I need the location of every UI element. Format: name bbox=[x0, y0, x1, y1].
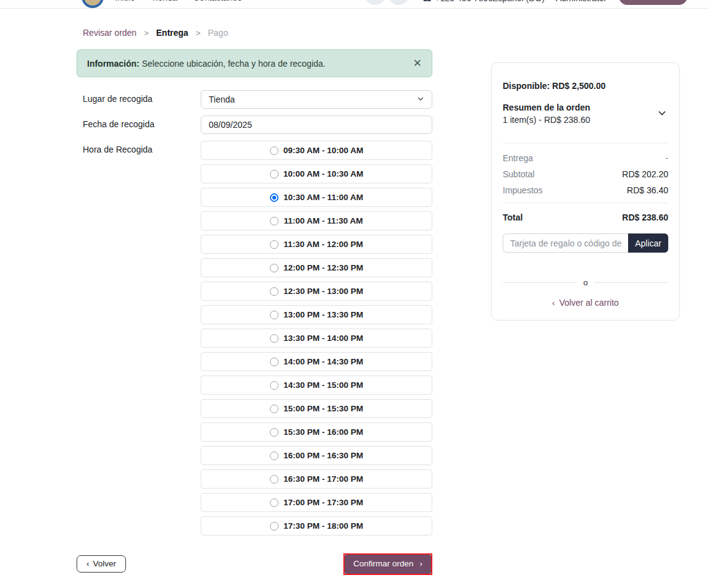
back-button[interactable]: ‹ Volver bbox=[77, 555, 126, 573]
order-summary-title: Resumen de la orden bbox=[503, 103, 590, 112]
time-slot-label: 15:30 PM - 16:00 PM bbox=[283, 427, 363, 437]
language-selector[interactable]: Español (DO) bbox=[492, 0, 545, 3]
time-slot-option[interactable]: 09:30 AM - 10:00 AM bbox=[201, 141, 432, 160]
time-slot-option[interactable]: 11:30 AM - 12:00 PM bbox=[201, 235, 432, 254]
radio-icon[interactable] bbox=[270, 146, 279, 155]
summary-row-value: RD$ 202.20 bbox=[622, 169, 668, 179]
chevron-down-icon bbox=[417, 94, 424, 104]
close-icon[interactable]: ✕ bbox=[413, 58, 422, 69]
breadcrumb-review-order[interactable]: Revisar orden bbox=[83, 28, 136, 38]
pickup-date-input[interactable] bbox=[201, 116, 432, 134]
nav-item-contact[interactable]: Contáctanos bbox=[193, 0, 242, 2]
apply-button[interactable]: Aplicar bbox=[628, 233, 668, 253]
time-slot-label: 16:30 PM - 17:00 PM bbox=[283, 474, 363, 484]
alert-text: Información: Seleccione ubicación, fecha… bbox=[87, 59, 325, 69]
summary-expand-button[interactable] bbox=[656, 107, 668, 121]
chevron-down-icon bbox=[657, 111, 667, 120]
total-value: RD$ 238.60 bbox=[622, 212, 668, 222]
radio-icon[interactable] bbox=[270, 358, 279, 366]
radio-icon[interactable] bbox=[270, 170, 279, 178]
delivery-form: Información: Seleccione ubicación, fecha… bbox=[77, 49, 432, 575]
cart-button[interactable] bbox=[364, 0, 386, 5]
time-slot-label: 12:00 PM - 12:30 PM bbox=[283, 263, 363, 272]
radio-selected-icon[interactable] bbox=[270, 193, 279, 202]
radio-icon[interactable] bbox=[270, 381, 279, 390]
checkout-content: Revisar orden > Entrega > Pago Informaci… bbox=[77, 28, 680, 575]
time-slot-option[interactable]: 12:00 PM - 12:30 PM bbox=[201, 258, 432, 277]
time-slot-option[interactable]: 13:00 PM - 13:30 PM bbox=[201, 305, 432, 324]
order-items-line: 1 item(s) - RD$ 238.60 bbox=[503, 115, 590, 125]
radio-icon[interactable] bbox=[270, 405, 279, 413]
radio-icon[interactable] bbox=[270, 311, 279, 319]
time-slot-list: 09:30 AM - 10:00 AM10:00 AM - 10:30 AM10… bbox=[201, 141, 432, 540]
radio-icon[interactable] bbox=[270, 475, 279, 484]
giftcard-group: Aplicar bbox=[503, 233, 668, 253]
summary-row: SubtotalRD$ 202.20 bbox=[503, 169, 668, 179]
time-slot-label: 14:30 PM - 15:00 PM bbox=[283, 380, 363, 390]
summary-row-label: Entrega bbox=[503, 153, 533, 163]
time-slot-label: 13:00 PM - 13:30 PM bbox=[283, 310, 363, 319]
radio-icon[interactable] bbox=[270, 334, 279, 343]
radio-icon[interactable] bbox=[270, 240, 279, 249]
breadcrumb-separator: > bbox=[196, 28, 201, 38]
time-slot-option[interactable]: 17:30 PM - 18:00 PM bbox=[201, 516, 432, 536]
chevron-left-icon: ‹ bbox=[86, 559, 90, 568]
phone-link[interactable]: ☎ +123 456 7890 bbox=[422, 0, 493, 3]
time-slot-option[interactable]: 14:00 PM - 14:30 PM bbox=[201, 352, 432, 371]
radio-icon[interactable] bbox=[270, 452, 279, 460]
phone-number: +123 456 7890 bbox=[435, 0, 493, 3]
time-slot-option[interactable]: 12:30 PM - 13:00 PM bbox=[201, 282, 432, 301]
back-to-cart-link[interactable]: ‹Volver al carrito bbox=[552, 298, 619, 308]
total-label: Total bbox=[503, 212, 522, 222]
order-summary-panel: Disponible: RD$ 2,500.00 Resumen de la o… bbox=[491, 62, 680, 321]
time-slot-option[interactable]: 10:00 AM - 10:30 AM bbox=[201, 164, 432, 183]
summary-rows: Entrega-SubtotalRD$ 202.20ImpuestosRD$ 3… bbox=[503, 153, 668, 195]
top-navbar: Inicio Tienda Contáctanos ☎ +123 456 789… bbox=[0, 0, 709, 9]
annotation-highlight: Confirmar orden › bbox=[343, 553, 432, 575]
radio-icon[interactable] bbox=[270, 287, 279, 296]
giftcard-input[interactable] bbox=[503, 233, 628, 253]
time-slot-option[interactable]: 11:00 AM - 11:30 AM bbox=[201, 211, 432, 230]
time-slot-label: 10:30 AM - 11:00 AM bbox=[283, 193, 363, 202]
time-slot-option[interactable]: 15:00 PM - 15:30 PM bbox=[201, 399, 432, 418]
nav-item-home[interactable]: Inicio bbox=[115, 0, 135, 2]
radio-icon[interactable] bbox=[270, 498, 279, 507]
time-slot-label: 09:30 AM - 10:00 AM bbox=[283, 146, 364, 155]
time-slot-option[interactable]: 16:00 PM - 16:30 PM bbox=[201, 446, 432, 465]
alert-title: Información: bbox=[87, 59, 140, 69]
phone-icon: ☎ bbox=[422, 0, 432, 3]
pickup-location-select[interactable]: Tienda bbox=[201, 90, 432, 109]
time-slot-option[interactable]: 13:30 PM - 14:00 PM bbox=[201, 329, 432, 348]
main-nav: Inicio Tienda Contáctanos bbox=[115, 0, 242, 2]
search-button[interactable] bbox=[388, 0, 409, 5]
time-slot-option[interactable]: 14:30 PM - 15:00 PM bbox=[201, 376, 432, 395]
time-slot-label: 15:00 PM - 15:30 PM bbox=[283, 404, 363, 413]
time-slot-label: 17:00 PM - 17:30 PM bbox=[283, 498, 363, 507]
time-slot-label: 12:30 PM - 13:00 PM bbox=[283, 287, 363, 296]
radio-icon[interactable] bbox=[270, 522, 279, 531]
time-slot-option[interactable]: 10:30 AM - 11:00 AM bbox=[201, 188, 432, 207]
time-slot-label: 14:00 PM - 14:30 PM bbox=[283, 357, 363, 366]
time-slot-label: 17:30 PM - 18:00 PM bbox=[283, 521, 363, 531]
site-logo[interactable] bbox=[82, 0, 104, 8]
time-slot-option[interactable]: 15:30 PM - 16:00 PM bbox=[201, 422, 432, 442]
user-menu[interactable]: Administrator bbox=[556, 0, 606, 3]
time-slot-option[interactable]: 16:30 PM - 17:00 PM bbox=[201, 469, 432, 489]
contact-us-button[interactable]: Contáctanos bbox=[619, 0, 687, 5]
summary-row-label: Subtotal bbox=[503, 169, 534, 179]
time-slot-option[interactable]: 17:00 PM - 17:30 PM bbox=[201, 493, 432, 512]
or-label: o bbox=[583, 278, 587, 287]
radio-icon[interactable] bbox=[270, 428, 279, 437]
confirm-order-button[interactable]: Confirmar orden › bbox=[345, 555, 431, 574]
time-slot-label: 16:00 PM - 16:30 PM bbox=[283, 451, 363, 460]
radio-icon[interactable] bbox=[270, 264, 279, 272]
info-alert: Información: Seleccione ubicación, fecha… bbox=[77, 49, 432, 77]
nav-item-shop[interactable]: Tienda bbox=[151, 0, 177, 2]
summary-row-value: - bbox=[665, 153, 668, 163]
chevron-right-icon: › bbox=[420, 560, 423, 568]
radio-icon[interactable] bbox=[270, 217, 279, 225]
time-slot-label: 13:30 PM - 14:00 PM bbox=[283, 334, 363, 343]
breadcrumb-delivery: Entrega bbox=[156, 28, 188, 38]
breadcrumb: Revisar orden > Entrega > Pago bbox=[83, 28, 680, 38]
pickup-date-label: Fecha de recogida bbox=[77, 116, 201, 134]
